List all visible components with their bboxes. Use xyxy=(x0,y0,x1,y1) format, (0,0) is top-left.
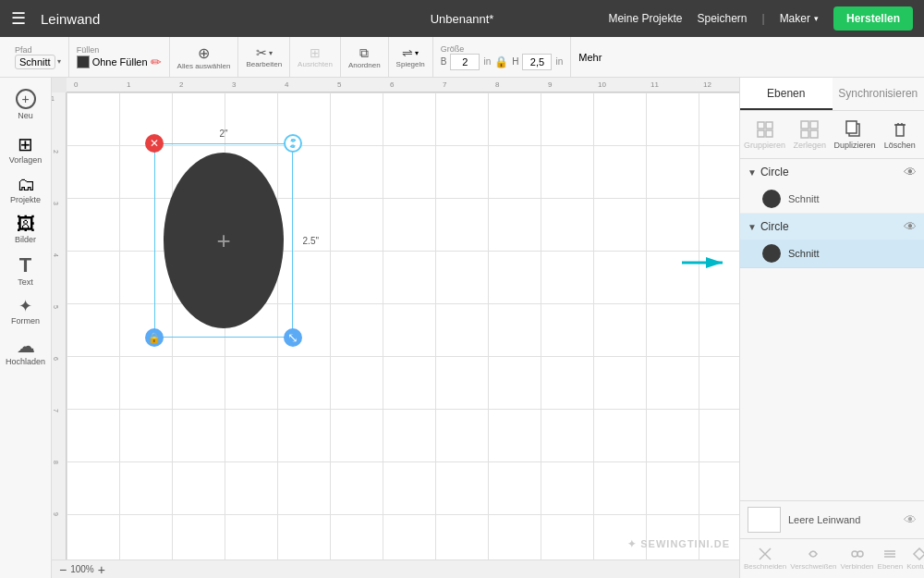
plus-icon: + xyxy=(16,89,36,109)
fuellen-label: Füllen xyxy=(77,45,162,55)
anordnen-icon: ⧉ xyxy=(359,45,369,61)
ruler-left-mark: 9 xyxy=(53,512,59,516)
handle-bottom-right[interactable]: ⤡ xyxy=(284,328,302,347)
svg-rect-11 xyxy=(846,121,857,133)
canvas-area[interactable]: 0 1 2 3 4 5 6 7 8 9 10 11 12 1 2 3 4 xyxy=(52,78,739,578)
plus-center-icon: + xyxy=(216,227,230,255)
panel-tabs: Ebenen Synchronisieren xyxy=(740,78,924,111)
kontu-label: Kontu... xyxy=(906,562,924,571)
spiegeln-icon: ⇌ xyxy=(402,45,413,60)
action-duplizieren[interactable]: Duplizieren xyxy=(833,117,878,154)
mehr-button[interactable]: Mehr xyxy=(578,52,602,63)
ebenen-bottom-label: Ebenen xyxy=(878,562,904,571)
toolbar-ausrichten-group: ⊞ Ausrichten xyxy=(290,37,341,77)
loeschen-icon xyxy=(891,120,909,139)
preview-area: Leere Leinwand 👁 xyxy=(740,501,924,539)
ellipse-shape[interactable]: + xyxy=(164,153,284,328)
app-title: Leinwand xyxy=(41,11,100,27)
layer-group-2-name: Circle xyxy=(760,220,904,233)
pencil-icon[interactable]: ✏ xyxy=(151,55,162,69)
ruler-mark: 0 xyxy=(74,80,78,89)
bottom-action-ebenen: Ebenen xyxy=(876,543,906,574)
toolbar-bearbeiten-group: ✂ ▾ Bearbeiten xyxy=(238,37,290,77)
save-button[interactable]: Speichern xyxy=(697,12,747,25)
zoom-plus-button[interactable]: + xyxy=(98,562,105,577)
sidebar-projekte-label: Projekte xyxy=(10,195,41,204)
ausrichten-label: Ausrichten xyxy=(298,60,333,68)
ruler-mark: 11 xyxy=(650,80,659,89)
svg-point-18 xyxy=(852,551,857,557)
maker-label: Maker xyxy=(780,12,810,25)
svg-point-19 xyxy=(857,551,863,557)
sidebar-item-bilder[interactable]: 🖼 Bilder xyxy=(4,210,48,248)
handle-bottom-left[interactable]: 🔒 xyxy=(145,328,164,347)
layer-thumb-1 xyxy=(762,190,781,208)
ruler-left-mark: 2 xyxy=(53,150,59,154)
eye-icon-1[interactable]: 👁 xyxy=(904,165,917,179)
verschweissen-label: Verschweißen xyxy=(790,562,836,571)
fuellen-select[interactable]: Ohne Füllen xyxy=(92,56,148,68)
maker-button[interactable]: Maker ▾ xyxy=(780,12,819,25)
color-swatch[interactable] xyxy=(77,55,90,68)
toolbar-groesse-group: Größe B in 🔒 H in xyxy=(433,37,572,77)
panel-actions: Gruppieren Zerlegen Duplizieren Löschen xyxy=(740,111,924,159)
sidebar-item-text[interactable]: T Text xyxy=(4,250,48,290)
ruler-left-mark: 6 xyxy=(53,357,59,361)
duplizieren-icon xyxy=(845,120,864,139)
handle-top-left[interactable]: ✕ xyxy=(145,134,164,153)
b-input[interactable] xyxy=(450,54,480,70)
bottom-actions: Beschneiden Verschweißen Verbinden Ebene… xyxy=(740,539,924,578)
ruler-left-mark: 1 xyxy=(52,95,55,102)
zoom-bar: − 100% + xyxy=(52,560,739,578)
ruler-mark: 6 xyxy=(390,80,394,89)
my-projects-button[interactable]: Meine Projekte xyxy=(608,12,682,25)
layers-list: ▼ Circle 👁 Schnitt ▼ Circle 👁 xyxy=(740,159,924,500)
loeschen-label: Löschen xyxy=(884,141,916,150)
pfad-select[interactable]: Schnitt xyxy=(15,55,55,69)
projekte-icon: 🗂 xyxy=(17,174,35,195)
bearbeiten-chevron-icon: ▾ xyxy=(269,49,273,57)
preview-eye-icon[interactable]: 👁 xyxy=(904,512,917,527)
sidebar-item-hochladen[interactable]: ☁ Hochladen xyxy=(4,331,48,370)
verbinden-label: Verbinden xyxy=(841,562,874,571)
canvas-content[interactable]: 2" 2.5" + ✕ 🔒 ⤡ xyxy=(67,92,739,560)
zoom-minus-button[interactable]: − xyxy=(59,562,67,577)
layer-item-2[interactable]: Schnitt xyxy=(740,240,924,267)
bearbeiten-label: Bearbeiten xyxy=(246,60,282,68)
tab-synchronisieren[interactable]: Synchronisieren xyxy=(833,78,925,110)
handle-top-right[interactable] xyxy=(284,134,302,153)
sidebar-item-neu[interactable]: + Neu xyxy=(4,85,48,124)
main-area: + Neu ⊞ Vorlagen 🗂 Projekte 🖼 Bilder T T… xyxy=(0,78,924,578)
layer-group-2-header[interactable]: ▼ Circle 👁 xyxy=(740,214,924,240)
svg-rect-9 xyxy=(810,130,818,138)
ausrichten-icon: ⊞ xyxy=(310,45,321,60)
ruler-mark: 4 xyxy=(285,80,288,89)
bottom-action-verbinden: Verbinden xyxy=(839,543,876,574)
lock-icon[interactable]: 🔒 xyxy=(494,55,508,68)
teal-arrow xyxy=(682,252,728,277)
toolbar-anordnen-group: ⧉ Anordnen xyxy=(341,37,389,77)
beschneiden-label: Beschneiden xyxy=(744,562,786,571)
text-icon: T xyxy=(19,253,31,277)
h-input[interactable] xyxy=(522,54,552,70)
sidebar-item-projekte[interactable]: 🗂 Projekte xyxy=(4,170,48,208)
layer-group-1-header[interactable]: ▼ Circle 👁 xyxy=(740,159,924,185)
sidebar-item-vorlagen[interactable]: ⊞ Vorlagen xyxy=(4,129,48,168)
tab-ebenen[interactable]: Ebenen xyxy=(740,78,833,110)
svg-rect-4 xyxy=(758,130,764,137)
menu-icon[interactable]: ☰ xyxy=(11,8,26,29)
ebenen-icon xyxy=(882,547,897,561)
toolbar: Pfad Schnitt ▾ Füllen Ohne Füllen ✏ ⊕ Al… xyxy=(0,37,924,78)
svg-rect-8 xyxy=(801,130,808,138)
sidebar-item-formen[interactable]: ✦ Formen xyxy=(4,292,48,329)
action-loeschen[interactable]: Löschen xyxy=(878,117,922,154)
alles-label: Alles auswählen xyxy=(177,62,231,70)
canvas-object[interactable]: 2" 2.5" + ✕ 🔒 ⤡ xyxy=(154,143,293,338)
left-sidebar: + Neu ⊞ Vorlagen 🗂 Projekte 🖼 Bilder T T… xyxy=(0,78,52,578)
ruler-mark: 10 xyxy=(598,80,606,89)
b-label: B xyxy=(441,56,447,67)
layer-item-1[interactable]: Schnitt xyxy=(740,185,924,213)
sidebar-neu-label: Neu xyxy=(18,111,33,120)
eye-icon-2[interactable]: 👁 xyxy=(904,219,917,234)
herstellen-button[interactable]: Herstellen xyxy=(833,6,913,31)
